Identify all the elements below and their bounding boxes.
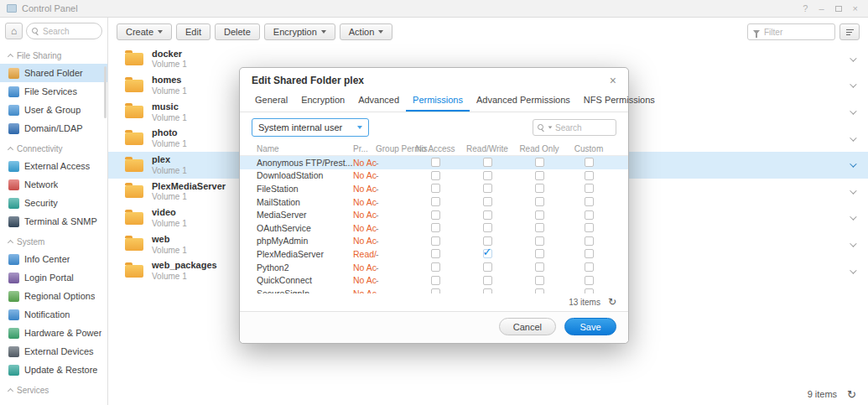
chevron-down-icon[interactable]: [850, 161, 856, 168]
chevron-down-icon[interactable]: [850, 81, 856, 88]
read-write-checkbox[interactable]: [483, 223, 492, 232]
custom-checkbox[interactable]: [585, 171, 594, 180]
chevron-down-icon[interactable]: [850, 240, 856, 247]
custom-checkbox[interactable]: [585, 236, 594, 246]
permission-row-oauthservice[interactable]: OAuthServiceNo Ac-: [240, 221, 628, 235]
user-type-select[interactable]: System internal user: [252, 118, 369, 137]
permission-row-anonymous-ftp-prest[interactable]: Anonymous FTP/Prest...No Ac-: [240, 156, 628, 169]
sort-button[interactable]: [839, 23, 860, 40]
read-write-checkbox[interactable]: [483, 249, 492, 258]
read-write-checkbox[interactable]: [483, 158, 492, 167]
help-icon[interactable]: ?: [803, 3, 808, 13]
chevron-down-icon[interactable]: [850, 187, 856, 194]
no-access-checkbox[interactable]: [431, 288, 440, 293]
sidebar-item-shared-folder[interactable]: Shared Folder: [0, 64, 107, 82]
edit-button[interactable]: Edit: [176, 23, 211, 40]
tab-general[interactable]: General: [248, 91, 294, 112]
sidebar-search[interactable]: [26, 23, 102, 39]
no-access-checkbox[interactable]: [431, 236, 440, 246]
permission-row-downloadstation[interactable]: DownloadStationNo Ac-: [240, 169, 628, 183]
read-write-checkbox[interactable]: [483, 276, 492, 285]
read-only-checkbox[interactable]: [535, 249, 544, 258]
tab-advanced-permissions[interactable]: Advanced Permissions: [470, 91, 577, 112]
tab-nfs-permissions[interactable]: NFS Permissions: [577, 91, 662, 112]
chevron-down-icon[interactable]: [850, 107, 856, 114]
permission-row-filestation[interactable]: FileStationNo Ac-: [240, 182, 628, 195]
sidebar-item-domain-ldap[interactable]: Domain/LDAP: [0, 119, 107, 138]
tab-permissions[interactable]: Permissions: [406, 91, 470, 112]
read-only-checkbox[interactable]: [535, 210, 544, 220]
read-write-checkbox[interactable]: [483, 210, 492, 220]
chevron-down-icon[interactable]: [850, 55, 856, 61]
permission-row-mailstation[interactable]: MailStationNo Ac-: [240, 195, 628, 209]
sidebar-item-file-services[interactable]: File Services: [0, 82, 107, 101]
sidebar-item-update-restore[interactable]: Update & Restore: [0, 361, 107, 379]
sidebar-item-security[interactable]: Security: [0, 194, 107, 212]
no-access-checkbox[interactable]: [431, 171, 440, 180]
minimize-icon[interactable]: –: [819, 3, 824, 13]
delete-button[interactable]: Delete: [215, 23, 260, 40]
sidebar-item-regional-options[interactable]: Regional Options: [0, 287, 107, 305]
sidebar-item-notification[interactable]: Notification: [0, 305, 107, 324]
no-access-checkbox[interactable]: [431, 276, 440, 285]
dialog-search[interactable]: [533, 119, 616, 136]
read-only-checkbox[interactable]: [535, 262, 544, 272]
no-access-checkbox[interactable]: [431, 184, 440, 193]
no-access-checkbox[interactable]: [431, 210, 440, 220]
dialog-search-input[interactable]: [555, 123, 611, 132]
sidebar-item-terminal-snmp[interactable]: Terminal & SNMP: [0, 212, 107, 231]
sidebar-section-header-file-sharing[interactable]: File Sharing: [0, 44, 107, 64]
sidebar-item-hardware-power[interactable]: Hardware & Power: [0, 324, 107, 342]
read-write-checkbox[interactable]: [483, 236, 492, 246]
chevron-down-icon[interactable]: [850, 134, 856, 141]
filter-box[interactable]: [747, 23, 835, 40]
read-write-checkbox[interactable]: [483, 184, 492, 193]
sidebar-scrollbar[interactable]: [104, 66, 107, 118]
action-button[interactable]: Action: [340, 23, 393, 40]
read-write-checkbox[interactable]: [483, 262, 492, 272]
sidebar-section-header-connectivity[interactable]: Connectivity: [0, 138, 107, 157]
read-write-checkbox[interactable]: [483, 197, 492, 206]
read-only-checkbox[interactable]: [535, 236, 544, 246]
read-only-checkbox[interactable]: [535, 184, 544, 193]
sidebar-section-header-services[interactable]: Services: [0, 379, 107, 398]
sidebar-item-external-access[interactable]: External Access: [0, 157, 107, 175]
chevron-down-icon[interactable]: [850, 214, 856, 221]
cancel-button[interactable]: Cancel: [499, 318, 556, 335]
no-access-checkbox[interactable]: [431, 197, 440, 206]
chevron-down-icon[interactable]: [850, 267, 856, 273]
encryption-button[interactable]: Encryption: [264, 23, 335, 40]
no-access-checkbox[interactable]: [431, 262, 440, 272]
sidebar-item-network[interactable]: Network: [0, 175, 107, 194]
permission-row-phpmyadmin[interactable]: phpMyAdminNo Ac-: [240, 235, 628, 248]
no-access-checkbox[interactable]: [431, 249, 440, 258]
maximize-icon[interactable]: [835, 6, 842, 12]
sidebar-item-external-devices[interactable]: External Devices: [0, 342, 107, 361]
permission-row-quickconnect[interactable]: QuickConnectNo Ac-: [240, 273, 628, 287]
filter-input[interactable]: [764, 28, 829, 37]
refresh-icon[interactable]: ↻: [608, 296, 616, 308]
custom-checkbox[interactable]: [585, 288, 594, 293]
custom-checkbox[interactable]: [585, 276, 594, 285]
read-write-checkbox[interactable]: [483, 171, 492, 180]
permission-row-securesignin[interactable]: SecureSignInNo Ac-: [240, 287, 628, 293]
save-button[interactable]: Save: [564, 318, 616, 335]
sidebar-section-header-system[interactable]: System: [0, 231, 107, 250]
permission-row-python2[interactable]: Python2No Ac-: [240, 261, 628, 274]
no-access-checkbox[interactable]: [431, 158, 440, 167]
sidebar-item-info-center[interactable]: Info Center: [0, 250, 107, 268]
sidebar-search-input[interactable]: [43, 27, 96, 36]
home-button[interactable]: ⌂: [5, 23, 23, 39]
tab-encryption[interactable]: Encryption: [294, 91, 351, 112]
read-write-checkbox[interactable]: [483, 288, 492, 293]
permission-row-mediaserver[interactable]: MediaServerNo Ac-: [240, 208, 628, 221]
custom-checkbox[interactable]: [585, 197, 594, 206]
permission-row-plexmediaserver[interactable]: PlexMediaServerRead/-: [240, 247, 628, 261]
dialog-close-icon[interactable]: ×: [610, 75, 616, 86]
create-button[interactable]: Create: [117, 23, 172, 40]
custom-checkbox[interactable]: [585, 210, 594, 220]
custom-checkbox[interactable]: [585, 184, 594, 193]
no-access-checkbox[interactable]: [431, 223, 440, 232]
refresh-icon[interactable]: ↻: [847, 388, 856, 401]
read-only-checkbox[interactable]: [535, 276, 544, 285]
